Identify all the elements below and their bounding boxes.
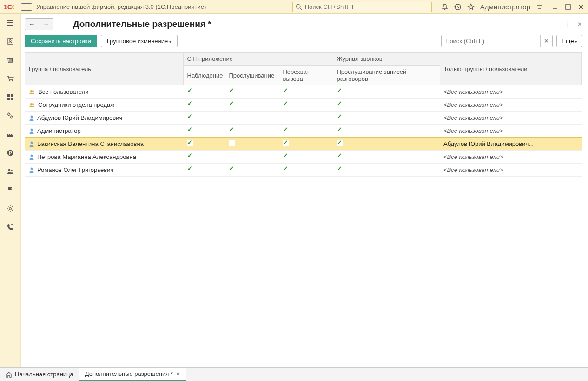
section-cart-icon[interactable] [5,73,15,84]
table-row[interactable]: Петрова Марианна Александровна<Все польз… [25,151,582,164]
table-row[interactable]: Бакинская Валентина СтаниславовнаАбдулов… [25,138,582,151]
checkbox-watch[interactable] [187,166,193,172]
checkbox-records[interactable] [337,88,343,94]
checkbox-listen[interactable] [229,88,235,94]
table-search-clear-button[interactable]: ✕ [540,35,552,47]
svg-point-31 [9,208,12,210]
row-only-cell[interactable]: <Все пользователи> [440,99,582,112]
section-gear-icon[interactable] [5,204,15,214]
col-header-intercept[interactable]: Перехват вызова [279,66,333,85]
section-menu-icon[interactable] [5,18,15,28]
section-flag-icon[interactable] [5,185,15,195]
current-user-label[interactable]: Администратор [480,3,530,11]
checkbox-intercept[interactable] [283,127,289,133]
checkbox-intercept[interactable] [283,166,289,172]
checkbox-records[interactable] [337,101,343,107]
svg-point-29 [8,169,11,171]
app-title: Управление нашей фирмой, редакция 3.0 (1… [36,3,206,10]
row-only-cell[interactable]: <Все пользователи> [440,125,582,138]
checkbox-watch[interactable] [187,101,193,107]
checkbox-records[interactable] [337,127,343,133]
checkbox-listen[interactable] [229,166,235,172]
col-header-watch[interactable]: Наблюдение [183,66,225,85]
row-name: Петрова Марианна Александровна [37,153,136,160]
svg-point-40 [31,167,33,170]
row-only-cell[interactable]: <Все пользователи> [440,112,582,125]
svg-point-33 [32,90,34,92]
tab-home[interactable]: Начальная страница [0,368,79,381]
section-people-icon[interactable] [5,166,15,177]
checkbox-records[interactable] [337,153,343,159]
history-icon[interactable] [454,3,462,11]
main-area: ← → Дополнительные разрешения * ⋮ ✕ Сохр… [20,14,588,367]
section-factory-icon[interactable] [5,129,15,139]
checkbox-intercept[interactable] [283,88,289,94]
nav-back-button[interactable]: ← [25,19,39,30]
user-icon [29,141,34,147]
svg-rect-24 [11,94,13,97]
save-button[interactable]: Сохранить настройки [25,35,97,47]
more-button[interactable]: Еще [556,35,582,47]
checkbox-intercept[interactable] [283,101,289,107]
tab-current[interactable]: Дополнительные разрешения * ✕ [79,368,186,381]
section-trash-icon[interactable] [5,55,15,65]
group-change-button[interactable]: Групповое изменение [101,35,178,47]
home-icon [6,371,12,378]
table-row[interactable]: Все пользователи<Все пользователи> [25,85,582,99]
svg-point-30 [11,170,13,171]
table-row[interactable]: Администратор<Все пользователи> [25,125,582,138]
global-search[interactable] [292,2,432,12]
checkbox-listen[interactable] [229,101,235,107]
checkbox-records[interactable] [337,140,343,146]
col-header-log[interactable]: Журнал звонков [333,53,440,66]
window-close-icon[interactable] [578,4,584,10]
checkbox-records[interactable] [337,166,343,172]
bell-icon[interactable] [441,3,449,11]
row-only-cell[interactable]: Абдулов Юрий Владимирович... [440,138,582,151]
col-header-listen[interactable]: Прослушивание [225,66,279,85]
row-only-cell[interactable]: <Все пользователи> [440,85,582,99]
tab-close-icon[interactable]: ✕ [176,371,180,377]
nav-forward-button[interactable]: → [39,19,53,30]
table-search-input[interactable] [442,35,540,47]
page-more-icon[interactable]: ⋮ [565,21,571,28]
checkbox-watch[interactable] [187,153,193,159]
col-header-cti[interactable]: CTI приложение [183,53,333,66]
section-phone-icon[interactable] [5,222,15,232]
checkbox-intercept[interactable] [283,153,289,159]
checkbox-records[interactable] [337,114,343,120]
star-icon[interactable] [467,3,475,11]
section-tools-icon[interactable] [5,111,15,121]
table-row[interactable]: Абдулов Юрий Владимирович<Все пользовате… [25,112,582,125]
section-grid-icon[interactable] [5,92,15,102]
section-ruble-icon[interactable]: ₽ [5,148,15,158]
checkbox-watch[interactable] [187,114,193,120]
checkbox-watch[interactable] [187,127,193,133]
settings-lines-icon[interactable] [536,3,543,11]
row-only-cell[interactable]: <Все пользователи> [440,151,582,164]
checkbox-listen[interactable] [229,153,235,159]
table-row[interactable]: Сотрудники отдела продаж<Все пользовател… [25,99,582,112]
col-header-user[interactable]: Группа / пользователь [25,53,183,85]
svg-point-37 [31,128,33,131]
checkbox-intercept[interactable] [283,140,289,146]
col-header-only[interactable]: Только группы / пользователи [440,53,582,85]
checkbox-watch[interactable] [187,88,193,94]
table-row[interactable]: Романов Олег Григорьевич<Все пользовател… [25,164,582,177]
svg-line-2 [300,8,302,10]
section-contacts-icon[interactable] [5,36,15,46]
checkbox-watch[interactable] [187,140,193,146]
checkbox-listen[interactable] [229,140,235,146]
window-minimize-icon[interactable] [552,4,558,10]
checkbox-listen[interactable] [229,127,235,133]
checkbox-intercept[interactable] [283,114,289,120]
window-maximize-icon[interactable] [565,4,571,10]
main-menu-button[interactable] [21,3,32,11]
page-close-icon[interactable]: ✕ [577,21,582,28]
col-header-records[interactable]: Прослушивание записей разговоров [333,66,440,85]
row-only-cell[interactable]: <Все пользователи> [440,164,582,177]
svg-point-1 [296,4,300,8]
checkbox-listen[interactable] [229,114,235,120]
svg-text:1С: 1С [4,3,12,11]
global-search-input[interactable] [304,3,429,11]
